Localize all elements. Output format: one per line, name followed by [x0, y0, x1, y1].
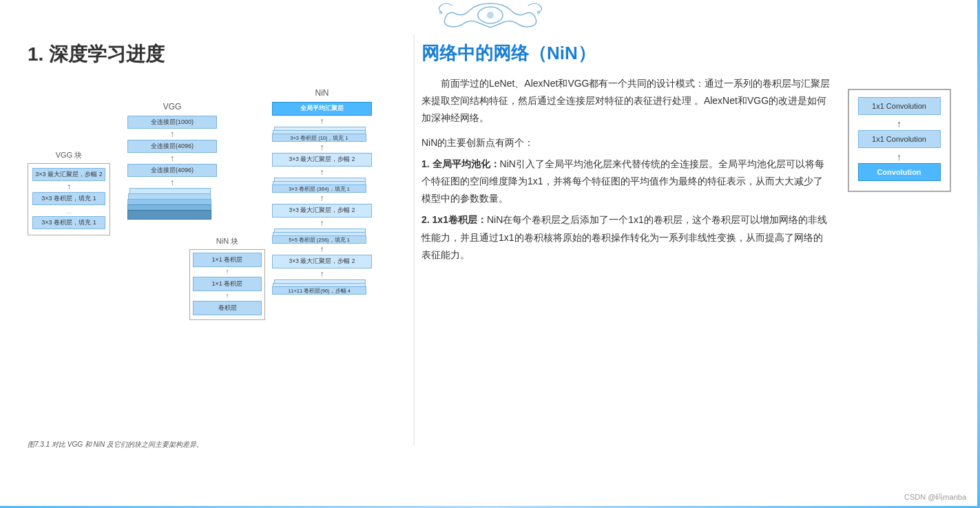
- nin-conv96: 11×11 卷积层(96)，步幅 4: [272, 286, 366, 295]
- nin-main-label: NiN: [272, 88, 372, 98]
- arrow: ↑: [193, 268, 262, 275]
- nin-right-diagram: 1x1 Convolution ↑ 1x1 Convolution ↑ Conv…: [846, 89, 952, 268]
- right-section: 网络中的网络（NiN） 前面学过的LeNet、AlexNet和VGG都有一个共同…: [413, 34, 952, 446]
- vgg-main-column: VGG 全连接层(1000) ↑ 全连接层(4096) ↑ 全连接层(4096)…: [127, 102, 217, 243]
- vgg-fc4096-1: 全连接层(4096): [127, 140, 217, 153]
- vgg-block: VGG 块 3×3 最大汇聚层，步幅 2 ↑ 3×3 卷积层，填充 1 ... …: [28, 150, 110, 235]
- point1-title: 1. 全局平均池化：: [421, 158, 500, 169]
- nin-conv10: 3×3 卷积层 (10)，填充 1: [272, 134, 366, 142]
- nin-right-1x1-1: 1x1 Convolution: [858, 97, 941, 115]
- text-content: 前面学过的LeNet、AlexNet和VGG都有一个共同的设计模式：通过一系列的…: [421, 75, 832, 268]
- right-section-title: 网络中的网络（NiN）: [421, 41, 952, 65]
- nin-block: NiN 块 1×1 卷积层 ↑ 1×1 卷积层 ↑ 卷积层: [189, 236, 265, 320]
- footer-brand: CSDN @码manba: [904, 492, 966, 502]
- left-section: 1. 深度学习进度 VGG 块 3×3 最大汇聚层，步幅 2 ↑ 3×3 卷积层…: [28, 34, 393, 446]
- arrow: ↑: [127, 178, 217, 187]
- nin-conv384: 3×3 卷积层 (384)，填充 1: [272, 184, 366, 193]
- arrow: ↑: [897, 152, 901, 162]
- nin-maxpool-3: 3×3 最大汇聚层，步幅 2: [272, 255, 372, 268]
- section-title: 1. 深度学习进度: [28, 41, 393, 67]
- nin-block-label: NiN 块: [189, 236, 265, 246]
- point-1: 1. 全局平均池化：NiN引入了全局平均池化层来代替传统的全连接层。全局平均池化…: [421, 156, 832, 208]
- vgg-conv-layer2: 3×3 卷积层，填充 1: [32, 216, 105, 229]
- paragraph-1: 前面学过的LeNet、AlexNet和VGG都有一个共同的设计模式：通过一系列的…: [421, 75, 832, 127]
- nin-main-column: NiN 全局平均汇聚层 ↑ 3×3 卷积层 (10)，填充 1 ↑ 3×3 最大…: [272, 88, 372, 296]
- right-border: [977, 0, 980, 508]
- arrow: ↑: [272, 117, 372, 125]
- nin-maxpool-1: 3×3 最大汇聚层，步幅 2: [272, 153, 372, 167]
- nin-1x1-1: 1×1 卷积层: [193, 253, 262, 267]
- arrow: ↑: [897, 119, 901, 129]
- diagram-caption: 图7.3.1 对比 VGG 和 NiN 及它们的块之间主要架构差异。: [28, 440, 372, 449]
- arrow: ↑: [193, 293, 262, 299]
- vgg-block-label: VGG 块: [28, 150, 110, 160]
- arrow: ↑: [32, 182, 105, 191]
- nin-right-1x1-2: 1x1 Convolution: [858, 130, 941, 148]
- vgg-fc1000: 全连接层(1000): [127, 116, 217, 129]
- vgg-conv-layer: 3×3 卷积层，填充 1: [32, 192, 105, 205]
- dots: ...: [32, 207, 105, 215]
- point-2: 2. 1x1卷积层：NiN在每个卷积层之后添加了一个1x1的卷积层，这个卷积层可…: [421, 211, 832, 264]
- nin-conv256: 5×5 卷积层 (256)，填充 1: [272, 235, 366, 244]
- arrow: ↑: [272, 270, 372, 278]
- nin-right-box: 1x1 Convolution ↑ 1x1 Convolution ↑ Conv…: [848, 89, 951, 192]
- arrow: ↑: [127, 154, 217, 162]
- diagram-area: VGG 块 3×3 最大汇聚层，步幅 2 ↑ 3×3 卷积层，填充 1 ... …: [28, 81, 379, 446]
- nin-conv: 卷积层: [193, 301, 262, 315]
- arrow: ↑: [272, 143, 372, 151]
- vgg-main-label: VGG: [127, 102, 217, 112]
- nin-gap: 全局平均汇聚层: [272, 102, 372, 116]
- vgg-pool-layer: 3×3 最大汇聚层，步幅 2: [32, 168, 105, 181]
- nin-maxpool-2: 3×3 最大汇聚层，步幅 2: [272, 204, 372, 218]
- arrow: ↑: [272, 219, 372, 227]
- nin-1x1-2: 1×1 卷积层: [193, 277, 262, 291]
- arrow: ↑: [272, 245, 372, 253]
- point2-title: 2. 1x1卷积层：: [421, 214, 487, 225]
- vgg-stacked-5: [127, 210, 211, 220]
- arrow: ↑: [127, 130, 217, 138]
- arrow: ↑: [272, 168, 372, 176]
- nin-right-conv: Convolution: [858, 163, 941, 181]
- vgg-fc4096-2: 全连接层(4096): [127, 164, 217, 177]
- paragraph-2: NiN的主要创新点有两个：: [421, 134, 832, 151]
- arrow: ↑: [272, 194, 372, 202]
